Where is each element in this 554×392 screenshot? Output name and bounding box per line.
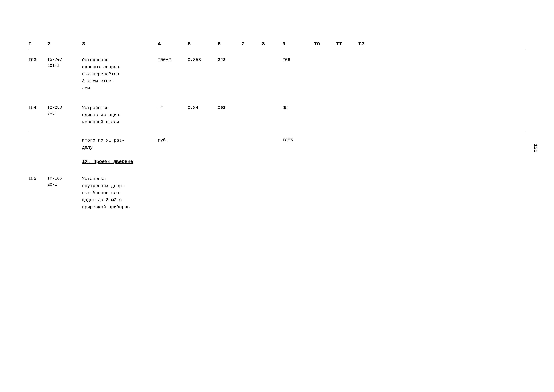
table-body: I53 I5-707 20I-2 Остекление оконных спар… xyxy=(28,50,526,217)
header-col-6: 6 xyxy=(218,41,241,47)
section-heading-text-wrapper: IX. Проемы дверные xyxy=(82,159,158,164)
header-col-12: I2 xyxy=(358,41,377,47)
header-col-2: 2 xyxy=(47,41,82,47)
table-row: I53 I5-707 20I-2 Остекление оконных спар… xyxy=(28,50,526,98)
table-row: I55 I0-I05 20-I Установка внутренних две… xyxy=(28,169,526,217)
summary-unit: руб. xyxy=(158,137,188,144)
row-153-col6: 242 xyxy=(218,56,241,63)
row-153-col9: 206 xyxy=(282,56,314,63)
row-155-code: I0-I05 20-I xyxy=(47,175,82,188)
header-col-3: 3 xyxy=(82,41,158,47)
section-heading-text: IX. Проемы дверные xyxy=(82,159,133,164)
row-154-col5: 0,34 xyxy=(188,105,218,111)
row-153-col5: 0,853 xyxy=(188,56,218,63)
summary-value: I855 xyxy=(282,137,314,144)
row-153-id: I53 xyxy=(28,56,47,63)
summary-label: Итого по УШ раз- делу xyxy=(82,137,158,151)
header-col-7: 7 xyxy=(241,41,262,47)
row-154-desc: Устройство сливов из оцин- кованной стал… xyxy=(82,105,158,126)
row-154-code: I2-280 8-5 xyxy=(47,105,82,117)
section-heading-ix: IX. Проемы дверные xyxy=(28,156,526,169)
table-header: I 2 3 4 5 6 7 8 9 IO II I2 xyxy=(28,38,526,50)
header-col-1: I xyxy=(28,41,47,47)
row-154-col4: —"— xyxy=(158,105,188,111)
header-col-5: 5 xyxy=(188,41,218,47)
row-153-desc: Остекление оконных спарен- ных переплёто… xyxy=(82,56,158,92)
page-container: I 2 3 4 5 6 7 8 9 IO II I2 I53 I5-707 20… xyxy=(0,0,554,392)
row-154-id: I54 xyxy=(28,105,47,111)
row-155-desc: Установка внутренних двер- ных блоков пл… xyxy=(82,175,158,211)
summary-row: Итого по УШ раз- делу руб. I855 xyxy=(28,132,526,156)
table-wrapper: I 2 3 4 5 6 7 8 9 IO II I2 I53 I5-707 20… xyxy=(28,38,526,217)
row-154-col9: 65 xyxy=(282,105,314,111)
header-col-8: 8 xyxy=(262,41,282,47)
header-col-11: II xyxy=(336,41,358,47)
header-col-9: 9 xyxy=(282,41,314,47)
row-153-code: I5-707 20I-2 xyxy=(47,56,82,69)
table-row: I54 I2-280 8-5 Устройство сливов из оцин… xyxy=(28,98,526,132)
page-number: 121 xyxy=(533,144,538,152)
header-col-4: 4 xyxy=(158,41,188,47)
row-154-col6: I92 xyxy=(218,105,241,111)
header-col-10: IO xyxy=(314,41,336,47)
row-155-id: I55 xyxy=(28,175,47,182)
row-153-col4: I00м2 xyxy=(158,56,188,63)
